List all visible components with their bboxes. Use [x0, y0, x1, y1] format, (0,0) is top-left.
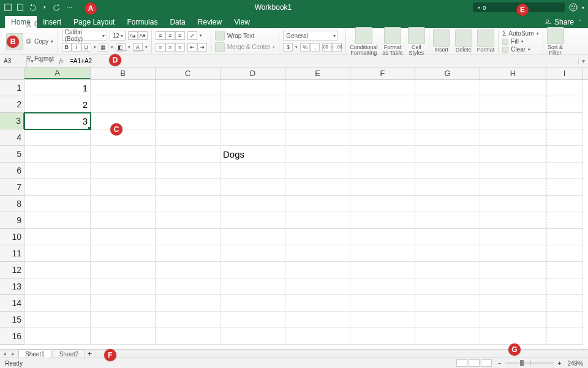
cell-H1[interactable]: [480, 80, 546, 96]
row-header-11[interactable]: 11: [0, 245, 24, 262]
fill-color-button[interactable]: ◧: [116, 43, 126, 52]
column-header-C[interactable]: C: [156, 67, 221, 79]
cell-F5[interactable]: [350, 146, 415, 163]
undo-icon[interactable]: [28, 3, 37, 12]
cell-C16[interactable]: [156, 328, 221, 345]
row-header-1[interactable]: 1: [0, 80, 24, 96]
feedback-dropdown-icon[interactable]: ▾: [582, 5, 584, 10]
number-format-select[interactable]: General: [283, 31, 338, 40]
cell-D10[interactable]: [221, 229, 285, 245]
cell-A5[interactable]: [24, 146, 91, 163]
row-header-7[interactable]: 7: [0, 179, 24, 196]
undo-dropdown-icon[interactable]: ▾: [40, 3, 49, 12]
conditional-formatting-button[interactable]: Conditional Formatting: [350, 27, 377, 56]
cell-A3[interactable]: 3: [24, 113, 91, 129]
align-left-button[interactable]: ≡: [156, 43, 165, 52]
cell-F14[interactable]: [350, 295, 415, 312]
row-header-4[interactable]: 4: [0, 129, 24, 146]
cell-A2[interactable]: 2: [24, 96, 91, 113]
font-grow-button[interactable]: A▴: [128, 31, 138, 40]
orientation-dropdown[interactable]: ▾: [200, 33, 202, 38]
cell-I4[interactable]: [546, 129, 583, 146]
cell-C5[interactable]: [156, 146, 221, 163]
column-header-G[interactable]: G: [415, 67, 480, 79]
cell-G1[interactable]: [415, 80, 480, 96]
cell-I15[interactable]: [546, 312, 583, 328]
font-name-select[interactable]: Calibri (Body): [62, 31, 107, 40]
percent-button[interactable]: %: [300, 43, 310, 52]
cell-A11[interactable]: [24, 245, 91, 262]
cell-B7[interactable]: [91, 179, 156, 196]
row-header-8[interactable]: 8: [0, 196, 24, 212]
ribbon-tab-review[interactable]: Review: [192, 16, 228, 28]
cell-E6[interactable]: [285, 163, 350, 179]
bold-button[interactable]: B: [62, 43, 72, 52]
cell-G2[interactable]: [415, 96, 480, 113]
cell-D5[interactable]: Dogs: [221, 146, 285, 163]
row-header-10[interactable]: 10: [0, 229, 24, 245]
cell-D2[interactable]: [221, 96, 285, 113]
insert-cells-button[interactable]: Insert: [433, 29, 450, 53]
cell-C8[interactable]: [156, 196, 221, 212]
cell-A12[interactable]: [24, 262, 91, 278]
cut-button[interactable]: Cut: [26, 16, 54, 33]
spreadsheet-grid[interactable]: ABCDEFGHI 11223345Dogs678910111213141516: [0, 67, 588, 349]
view-page-break-button[interactable]: [481, 359, 492, 367]
row-header-5[interactable]: 5: [0, 146, 24, 163]
row-header-14[interactable]: 14: [0, 295, 24, 312]
font-size-select[interactable]: 12: [110, 31, 126, 40]
cell-D16[interactable]: [221, 328, 285, 345]
cell-C13[interactable]: [156, 278, 221, 295]
cell-B16[interactable]: [91, 328, 156, 345]
column-header-B[interactable]: B: [91, 67, 156, 79]
cell-B1[interactable]: [91, 80, 156, 96]
cell-C4[interactable]: [156, 129, 221, 146]
view-normal-button[interactable]: [456, 359, 467, 367]
cell-H11[interactable]: [480, 245, 546, 262]
cell-F6[interactable]: [350, 163, 415, 179]
cell-I2[interactable]: [546, 96, 583, 113]
qat-customize-icon[interactable]: ⋯: [65, 3, 74, 12]
align-bottom-button[interactable]: ≡: [175, 31, 185, 40]
app-menu-icon[interactable]: [4, 3, 12, 12]
cell-F15[interactable]: [350, 312, 415, 328]
cell-F7[interactable]: [350, 179, 415, 196]
cell-A6[interactable]: [24, 163, 91, 179]
cell-E9[interactable]: [285, 212, 350, 229]
column-header-I[interactable]: I: [546, 67, 583, 79]
fill-color-dropdown[interactable]: ▾: [128, 45, 130, 50]
cell-F1[interactable]: [350, 80, 415, 96]
decrease-decimal-button[interactable]: ←.00: [332, 43, 342, 52]
cell-A15[interactable]: [24, 312, 91, 328]
accept-formula-icon[interactable]: ✓: [47, 58, 56, 64]
cell-E5[interactable]: [285, 146, 350, 163]
format-as-table-button[interactable]: Format as Table: [382, 27, 402, 56]
align-top-button[interactable]: ≡: [156, 31, 165, 40]
cell-B10[interactable]: [91, 229, 156, 245]
cell-D12[interactable]: [221, 262, 285, 278]
cell-F11[interactable]: [350, 245, 415, 262]
namebox-dropdown-icon[interactable]: ▾: [27, 58, 37, 64]
zoom-in-button[interactable]: +: [558, 360, 562, 367]
cell-H8[interactable]: [480, 196, 546, 212]
cell-A10[interactable]: [24, 229, 91, 245]
cell-G16[interactable]: [415, 328, 480, 345]
autosum-button[interactable]: ΣAutoSum▾: [502, 30, 538, 37]
cell-D7[interactable]: [221, 179, 285, 196]
cell-D9[interactable]: [221, 212, 285, 229]
zoom-level[interactable]: 249%: [567, 360, 583, 367]
cell-B11[interactable]: [91, 245, 156, 262]
cell-styles-button[interactable]: Cell Styles: [408, 27, 425, 56]
border-dropdown[interactable]: ▾: [111, 45, 113, 50]
cell-B2[interactable]: [91, 96, 156, 113]
cell-F4[interactable]: [350, 129, 415, 146]
cell-C15[interactable]: [156, 312, 221, 328]
cell-H10[interactable]: [480, 229, 546, 245]
underline-dropdown[interactable]: ▾: [94, 45, 96, 50]
feedback-icon[interactable]: [568, 2, 578, 12]
ribbon-tab-data[interactable]: Data: [164, 16, 191, 28]
cancel-formula-icon[interactable]: ✕: [37, 58, 47, 64]
cell-C9[interactable]: [156, 212, 221, 229]
cell-B15[interactable]: [91, 312, 156, 328]
cell-A8[interactable]: [24, 196, 91, 212]
